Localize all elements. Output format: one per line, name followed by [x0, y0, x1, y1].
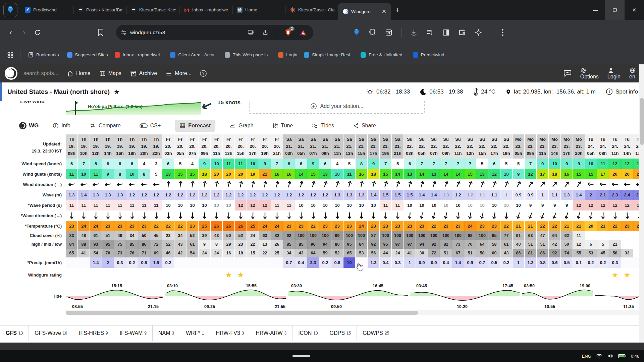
- cloud-high-cell[interactable]: 100: [343, 231, 356, 240]
- wind-direction-cell[interactable]: [247, 179, 259, 190]
- battery-icon[interactable]: [618, 354, 626, 358]
- column-header[interactable]: Sa21.11h: [331, 134, 343, 159]
- temperature-cell[interactable]: 23: [452, 221, 464, 231]
- cloud-mid-cell[interactable]: 52: [162, 240, 174, 249]
- wind-speed-cell[interactable]: 9: [537, 159, 549, 169]
- column-header[interactable]: Su22.05h: [416, 134, 428, 159]
- wind-direction-cell[interactable]: [307, 179, 319, 190]
- cloud-high-cell[interactable]: 49: [114, 231, 126, 240]
- sidebar-icon[interactable]: [440, 29, 452, 36]
- column-header[interactable]: Tu24.05h: [585, 134, 597, 159]
- wind-speed-cell[interactable]: 5: [513, 159, 525, 169]
- wave-period-cell[interactable]: 11: [392, 200, 404, 210]
- cloud-mid-cell[interactable]: 21: [609, 240, 621, 249]
- cloud-low-cell[interactable]: 71: [138, 249, 150, 257]
- cloud-high-cell[interactable]: 100: [307, 231, 319, 240]
- column-header[interactable]: Tu24.08h: [597, 134, 609, 159]
- cloud-mid-cell[interactable]: 64: [476, 240, 488, 249]
- wave-direction-cell[interactable]: [283, 210, 295, 221]
- wave-height-cell[interactable]: 1: [500, 190, 513, 200]
- wind-speed-cell[interactable]: 8: [90, 159, 102, 169]
- precip-cell[interactable]: 0.9: [416, 257, 428, 268]
- wave-period-cell[interactable]: 11: [150, 200, 162, 210]
- wind-speed-cell[interactable]: 6: [114, 159, 126, 169]
- wave-period-cell[interactable]: 12: [621, 200, 633, 210]
- wave-direction-cell[interactable]: [464, 210, 476, 221]
- wind-gusts-cell[interactable]: 14: [440, 169, 452, 179]
- wind-direction-cell[interactable]: [235, 179, 247, 190]
- precip-cell[interactable]: 0.5: [561, 257, 573, 268]
- precip-cell[interactable]: 0.8: [537, 257, 549, 268]
- wind-speed-cell[interactable]: 6: [126, 159, 138, 169]
- model-tab-gdps[interactable]: GDPS 15: [324, 325, 357, 341]
- wave-direction-cell[interactable]: [343, 210, 356, 221]
- wave-direction-cell[interactable]: [271, 210, 283, 221]
- wave-height-cell[interactable]: 1.5: [392, 190, 404, 200]
- clock[interactable]: 0:46: [631, 354, 639, 359]
- wave-period-cell[interactable]: 10: [416, 200, 428, 210]
- wind-direction-cell[interactable]: [283, 179, 295, 190]
- precip-cell[interactable]: 0.3: [609, 257, 621, 268]
- downloads-icon[interactable]: [408, 29, 420, 36]
- wind-gusts-cell[interactable]: 16: [283, 169, 295, 179]
- cloud-mid-cell[interactable]: 22: [247, 240, 259, 249]
- precip-cell[interactable]: [235, 257, 247, 268]
- temperature-cell[interactable]: 24: [271, 221, 283, 231]
- precip-cell[interactable]: 0.6: [549, 257, 561, 268]
- nav-item-home[interactable]: Home: [67, 70, 91, 77]
- wave-direction-cell[interactable]: [295, 210, 307, 221]
- temperature-cell[interactable]: 26: [211, 221, 223, 231]
- close-window-button[interactable]: ✕: [625, 0, 644, 20]
- precip-cell[interactable]: 0.4: [380, 257, 392, 268]
- cloud-mid-cell[interactable]: 9: [199, 240, 211, 249]
- wave-height-cell[interactable]: 2.4: [621, 190, 633, 200]
- bookmark-item[interactable]: Inbox - raphaelwei...: [111, 50, 167, 60]
- bookmark-item[interactable]: Free & Unlimited...: [357, 50, 410, 60]
- cloud-high-cell[interactable]: 34: [174, 231, 186, 240]
- wave-direction-cell[interactable]: [114, 210, 126, 221]
- brave-shield-icon[interactable]: 2: [282, 29, 294, 36]
- cloud-low-cell[interactable]: 25: [271, 249, 283, 257]
- temperature-cell[interactable]: 23: [380, 221, 392, 231]
- wave-direction-cell[interactable]: [440, 210, 452, 221]
- leo-ai-icon[interactable]: [473, 29, 484, 36]
- language-button[interactable]: en: [629, 67, 636, 80]
- wave-period-cell[interactable]: 10: [199, 200, 211, 210]
- wave-direction-cell[interactable]: [476, 210, 488, 221]
- wave-height-cell[interactable]: 1.2: [271, 190, 283, 200]
- wind-gusts-cell[interactable]: 11: [90, 169, 102, 179]
- wind-direction-cell[interactable]: [537, 179, 549, 190]
- wind-speed-cell[interactable]: 7: [464, 159, 476, 169]
- cloud-low-cell[interactable]: 24: [211, 249, 223, 257]
- wave-height-cell[interactable]: 1.3: [331, 190, 343, 200]
- cloud-low-cell[interactable]: 54: [90, 249, 102, 257]
- wind-direction-cell[interactable]: [66, 179, 78, 190]
- address-bar[interactable]: windguru.cz/53 2: [116, 25, 313, 40]
- wind-gusts-cell[interactable]: 12: [525, 169, 537, 179]
- column-header[interactable]: Su22.13h: [464, 134, 476, 159]
- cloud-low-cell[interactable]: 65: [66, 249, 78, 257]
- spot-title[interactable]: United States - Maui (north shore): [7, 88, 110, 96]
- precip-cell[interactable]: [259, 257, 271, 268]
- wind-gusts-cell[interactable]: 14: [392, 169, 404, 179]
- cloud-high-cell[interactable]: 61: [90, 231, 102, 240]
- precip-cell[interactable]: 0.2: [597, 257, 609, 268]
- cloud-high-cell[interactable]: 92: [283, 231, 295, 240]
- wave-period-cell[interactable]: 11: [102, 200, 114, 210]
- cloud-mid-cell[interactable]: 97: [404, 240, 416, 249]
- model-tab-wrf[interactable]: WRF* 1: [180, 325, 210, 341]
- temperature-cell[interactable]: 21: [573, 221, 585, 231]
- wind-direction-cell[interactable]: [476, 179, 488, 190]
- wind-gusts-cell[interactable]: 15: [464, 169, 476, 179]
- wind-direction-cell[interactable]: [319, 179, 331, 190]
- cloud-mid-cell[interactable]: 85: [283, 240, 295, 249]
- cloud-low-cell[interactable]: 67: [452, 249, 464, 257]
- wave-height-cell[interactable]: 1.3: [66, 190, 78, 200]
- precip-cell[interactable]: 1: [404, 257, 416, 268]
- wind-direction-cell[interactable]: [211, 179, 223, 190]
- wind-gusts-cell[interactable]: 5: [150, 169, 162, 179]
- cloud-mid-cell[interactable]: 95: [380, 240, 392, 249]
- precip-cell[interactable]: 0.8: [331, 257, 343, 268]
- temperature-cell[interactable]: 26: [223, 221, 235, 231]
- wind-direction-cell[interactable]: [90, 179, 102, 190]
